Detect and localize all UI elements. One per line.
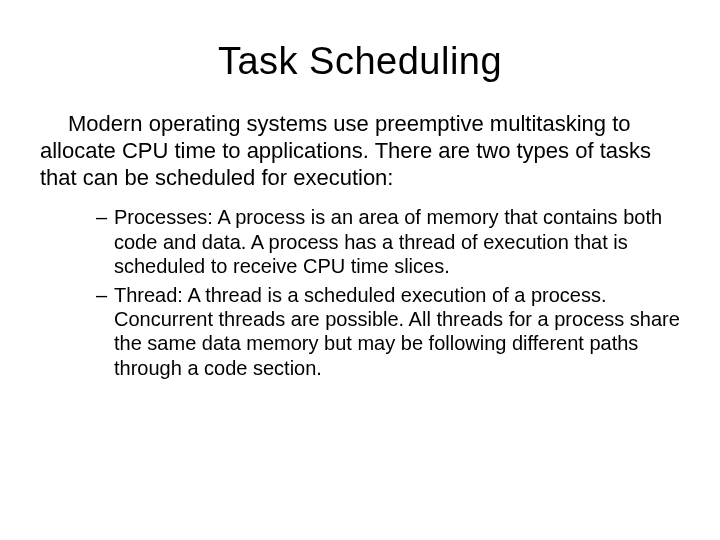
slide: Task Scheduling Modern operating systems… bbox=[0, 0, 720, 540]
intro-paragraph: Modern operating systems use preemptive … bbox=[40, 111, 680, 191]
list-item: Thread: A thread is a scheduled executio… bbox=[96, 283, 680, 381]
slide-title: Task Scheduling bbox=[40, 40, 680, 83]
list-item: Processes: A process is an area of memor… bbox=[96, 205, 680, 278]
intro-text: Modern operating systems use preemptive … bbox=[40, 111, 651, 190]
bullet-list: Processes: A process is an area of memor… bbox=[40, 205, 680, 380]
